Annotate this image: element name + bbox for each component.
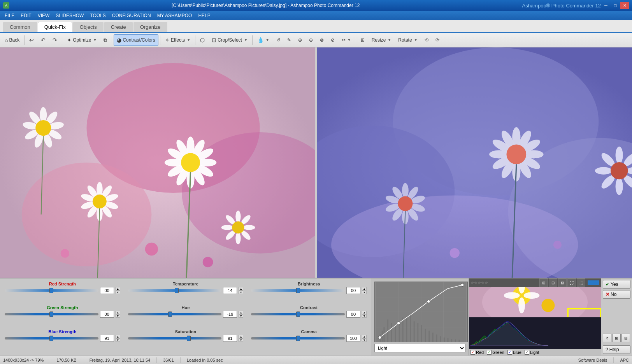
back-button[interactable]: ⌂ Back — [2, 34, 23, 46]
blue-down[interactable]: ▼ — [116, 338, 120, 342]
copy-icon-button[interactable]: ⊞ — [612, 334, 621, 342]
thumb-tool-4[interactable]: ⛶ — [567, 278, 576, 287]
brightness-up[interactable]: ▲ — [362, 287, 367, 290]
tool7-button[interactable]: ✂▼ — [339, 34, 354, 46]
blue-strength-value[interactable]: 91 — [100, 335, 114, 342]
green-strength-thumb[interactable] — [49, 312, 53, 317]
hue-value[interactable]: -19 — [223, 311, 237, 318]
red-checkbox-item[interactable]: ✓ Red — [470, 350, 484, 355]
undo-button[interactable]: ↶ — [38, 34, 49, 46]
hue-up[interactable]: ▲ — [239, 311, 243, 314]
gamma-slider[interactable] — [251, 337, 345, 340]
menu-configuration[interactable]: CONFIGURATION — [109, 11, 154, 20]
color-swatch[interactable] — [588, 280, 599, 285]
crop-select-button[interactable]: ⊡ Crop/Select ▼ — [209, 34, 251, 46]
hue-thumb[interactable] — [168, 312, 172, 317]
undo-prev-button[interactable]: ↩ — [26, 34, 37, 46]
optimize-extra-button[interactable]: ⧉ — [100, 34, 110, 46]
tab-objects[interactable]: Objects — [73, 22, 104, 32]
brightness-value[interactable]: 00 — [346, 287, 360, 294]
brightness-thumb[interactable] — [296, 288, 300, 293]
tool4-button[interactable]: ⊖ — [306, 34, 316, 46]
blue-checkbox[interactable]: ✓ — [507, 350, 512, 355]
rotate-button[interactable]: Rotate ▼ — [395, 34, 420, 46]
reset-icon-button[interactable]: ↺ — [603, 334, 611, 342]
curve-channel-dropdown[interactable]: Light Red Green Blue — [374, 344, 465, 352]
blue-strength-thumb[interactable] — [49, 336, 53, 341]
menu-tools[interactable]: TOOLS — [87, 11, 109, 20]
gamma-up[interactable]: ▲ — [362, 335, 367, 338]
history-back-button[interactable]: ⟲ — [421, 34, 432, 46]
thumb-tool-1[interactable]: ⊞ — [539, 278, 548, 287]
thumb-tool-5[interactable]: ⬚ — [577, 278, 585, 287]
hue-down[interactable]: ▼ — [239, 314, 243, 318]
resize-button[interactable]: Resize ▼ — [369, 34, 395, 46]
brightness-down[interactable]: ▼ — [362, 290, 367, 294]
red-strength-thumb[interactable] — [49, 288, 53, 293]
red-strength-slider[interactable] — [5, 289, 98, 292]
gamma-thumb[interactable] — [296, 336, 300, 341]
green-checkbox-item[interactable]: ✓ Green — [487, 350, 504, 355]
green-up[interactable]: ▲ — [116, 311, 120, 314]
light-checkbox-item[interactable]: ✓ Light — [525, 350, 539, 355]
hue-slider[interactable] — [128, 313, 222, 315]
menu-my-ashampoo[interactable]: MY ASHAMPOO — [154, 11, 195, 20]
contrast-slider[interactable] — [251, 313, 345, 315]
close-button[interactable]: ✕ — [620, 2, 629, 9]
saturation-up[interactable]: ▲ — [239, 335, 243, 338]
contrast-up[interactable]: ▲ — [362, 311, 367, 314]
maximize-button[interactable]: □ — [611, 2, 620, 9]
history-fwd-button[interactable]: ⟳ — [432, 34, 442, 46]
resize-area-button[interactable]: ⊞ — [358, 34, 368, 46]
menu-edit[interactable]: EDIT — [18, 11, 34, 20]
menu-slideshow[interactable]: SLIDESHOW — [53, 11, 87, 20]
tab-quick-fix[interactable]: Quick-Fix — [38, 22, 72, 32]
thumb-tool-3[interactable]: ⊠ — [558, 278, 567, 287]
menu-file[interactable]: FILE — [2, 11, 18, 20]
blue-checkbox-item[interactable]: ✓ Blue — [507, 350, 521, 355]
green-down[interactable]: ▼ — [116, 314, 120, 318]
curve-canvas[interactable] — [374, 282, 468, 342]
saturation-value[interactable]: 91 — [223, 335, 237, 342]
gamma-value[interactable]: 100 — [346, 335, 360, 342]
red-strength-up[interactable]: ▲ — [116, 287, 120, 290]
no-button[interactable]: ✕ No — [603, 290, 630, 299]
brightness-slider[interactable] — [251, 289, 345, 292]
help-button[interactable]: ? Help — [603, 345, 630, 354]
contrast-value[interactable]: 00 — [346, 311, 360, 318]
light-checkbox[interactable]: ✓ — [525, 350, 529, 355]
thumb-tool-2[interactable]: ⊟ — [549, 278, 557, 287]
blue-up[interactable]: ▲ — [116, 335, 120, 338]
tool5-button[interactable]: ⊗ — [317, 34, 327, 46]
red-checkbox[interactable]: ✓ — [470, 350, 475, 355]
tab-organize[interactable]: Organize — [133, 22, 167, 32]
red-strength-value[interactable]: 00 — [100, 287, 114, 294]
tool3-button[interactable]: ⊕ — [295, 34, 305, 46]
tool2-button[interactable]: ✎ — [284, 34, 294, 46]
yes-button[interactable]: ✓ Yes — [603, 280, 630, 289]
menu-help[interactable]: HELP — [195, 11, 213, 20]
temperature-down[interactable]: ▼ — [239, 290, 243, 294]
saturation-thumb[interactable] — [187, 336, 191, 341]
temperature-value[interactable]: 14 — [223, 287, 237, 294]
red-strength-down[interactable]: ▼ — [116, 290, 120, 294]
image-divider[interactable] — [315, 47, 317, 278]
contrast-colors-button[interactable]: ◕ Contrast/Colors — [114, 34, 158, 46]
tool1-button[interactable]: ↺ — [273, 34, 283, 46]
temperature-slider[interactable] — [128, 289, 222, 292]
redo-button[interactable]: ↷ — [49, 34, 60, 46]
tool6-button[interactable]: ⊘ — [328, 34, 338, 46]
optimize-button[interactable]: ✦ Optimize ▼ — [64, 34, 100, 46]
effects-button[interactable]: ✧ Effects ▼ — [162, 34, 193, 46]
gamma-down[interactable]: ▼ — [362, 338, 367, 342]
temperature-up[interactable]: ▲ — [239, 287, 243, 290]
temperature-thumb[interactable] — [175, 288, 179, 293]
tab-create[interactable]: Create — [104, 22, 133, 32]
paste-icon-button[interactable]: ⊟ — [621, 334, 630, 342]
saturation-slider[interactable] — [128, 337, 222, 340]
blue-strength-slider[interactable] — [5, 337, 98, 340]
minimize-button[interactable]: ─ — [602, 2, 610, 9]
green-strength-slider[interactable] — [5, 313, 98, 315]
green-strength-value[interactable]: 00 — [100, 311, 114, 318]
menu-view[interactable]: VIEW — [35, 11, 53, 20]
